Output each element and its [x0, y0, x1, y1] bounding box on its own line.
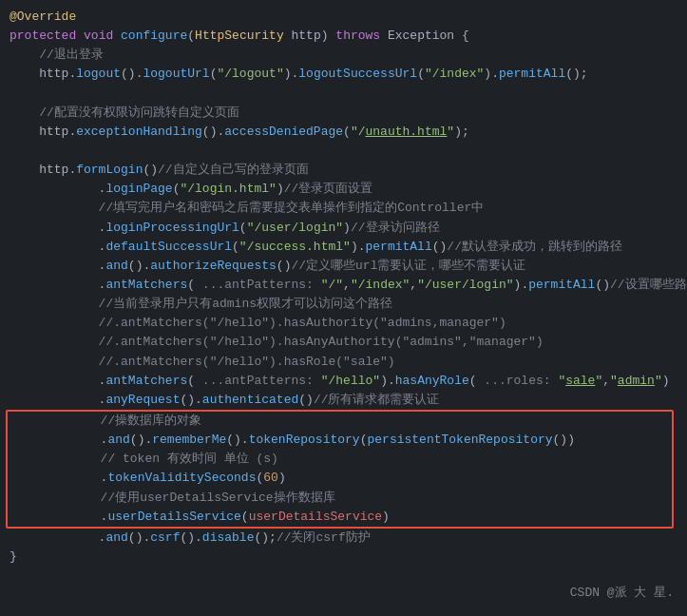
line-18: //.antMatchers("/hello").hasAnyAuthority…: [10, 333, 677, 352]
line-27: .userDetailsService(userDetailsService): [11, 508, 668, 527]
line-13: .defaultSuccessUrl("/success.html").perm…: [10, 238, 677, 257]
line-6: //配置没有权限访问跳转自定义页面: [10, 104, 677, 123]
line-8: [10, 142, 677, 161]
line-5: [10, 85, 677, 104]
line-16: //当前登录用户只有admins权限才可以访问这个路径: [10, 295, 677, 314]
line-25: .tokenValiditySeconds(60): [11, 469, 668, 488]
line-21: .anyRequest().authenticated()//所有请求都需要认证: [10, 391, 677, 410]
highlight-block: //操数据库的对象 .and().rememberMe().tokenRepos…: [6, 410, 674, 529]
line-7: http.exceptionHandling().accessDeniedPag…: [10, 123, 677, 142]
line-24: // token 有效时间 单位 (s): [11, 450, 668, 469]
line-12: .loginProcessingUrl("/user/login")//登录访问…: [10, 219, 677, 238]
line-20: .antMatchers( ...antPatterns: "/hello").…: [10, 372, 677, 391]
line-28: .and().csrf().disable();//关闭csrf防护: [10, 529, 677, 548]
line-4: http.logout().logoutUrl("/logout").logou…: [10, 65, 677, 84]
line-15: .antMatchers( ...antPatterns: "/","/inde…: [10, 276, 677, 295]
line-9: http.formLogin()//自定义自己写的登录页面: [10, 161, 677, 180]
line-29: }: [10, 548, 677, 567]
line-2: protected void configure(HttpSecurity ht…: [10, 27, 677, 46]
line-19: //.antMatchers("/hello").hasRole("sale"): [10, 353, 677, 372]
annotation: @Override: [10, 10, 76, 24]
line-23: .and().rememberMe().tokenRepository(pers…: [11, 431, 668, 450]
line-10: .loginPage("/login.html")//登录页面设置: [10, 180, 677, 199]
line-26: //使用userDetailsService操作数据库: [11, 489, 668, 508]
line-14: .and().authorizeRequests()//定义哪些url需要认证，…: [10, 257, 677, 276]
line-3: //退出登录: [10, 46, 677, 65]
watermark: CSDN @派 大 星.: [570, 584, 674, 603]
line-17: //.antMatchers("/hello").hasAuthority("a…: [10, 314, 677, 333]
line-1: @Override: [10, 8, 677, 27]
line-22: //操数据库的对象: [11, 412, 668, 431]
line-11: //填写完用户名和密码之后需要提交表单操作到指定的Controller中: [10, 199, 677, 218]
code-container: @Override protected void configure(HttpS…: [0, 0, 687, 616]
